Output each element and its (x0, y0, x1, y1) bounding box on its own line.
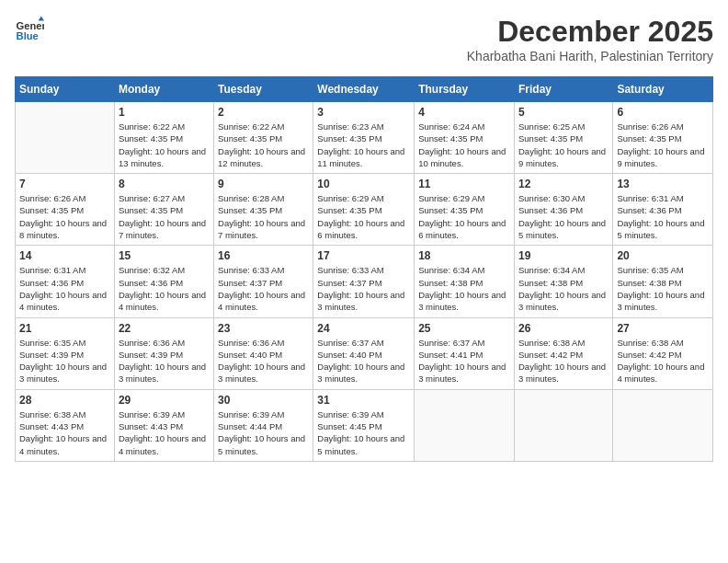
day-number: 4 (418, 106, 510, 119)
day-number: 12 (518, 178, 609, 190)
column-header-friday: Friday (514, 77, 612, 102)
day-info: Sunrise: 6:34 AMSunset: 4:38 PMDaylight:… (418, 264, 510, 313)
day-number: 31 (317, 394, 410, 407)
calendar-cell: 17Sunrise: 6:33 AMSunset: 4:37 PMDayligh… (313, 246, 415, 317)
day-number: 10 (317, 178, 410, 190)
day-number: 24 (317, 322, 410, 335)
header-row: SundayMondayTuesdayWednesdayThursdayFrid… (16, 77, 713, 102)
calendar-cell: 25Sunrise: 6:37 AMSunset: 4:41 PMDayligh… (415, 317, 515, 389)
day-number: 2 (218, 106, 309, 119)
week-row-1: 1Sunrise: 6:22 AMSunset: 4:35 PMDaylight… (16, 102, 713, 174)
calendar-cell: 30Sunrise: 6:39 AMSunset: 4:44 PMDayligh… (214, 389, 313, 461)
day-info: Sunrise: 6:35 AMSunset: 4:39 PMDaylight:… (19, 337, 110, 385)
day-info: Sunrise: 6:31 AMSunset: 4:36 PMDaylight:… (617, 192, 709, 241)
calendar-cell: 22Sunrise: 6:36 AMSunset: 4:39 PMDayligh… (114, 317, 213, 389)
day-info: Sunrise: 6:36 AMSunset: 4:39 PMDaylight:… (119, 337, 210, 385)
day-number: 13 (617, 178, 709, 190)
day-number: 19 (518, 249, 609, 262)
day-info: Sunrise: 6:22 AMSunset: 4:35 PMDaylight:… (218, 121, 309, 169)
week-row-5: 28Sunrise: 6:38 AMSunset: 4:43 PMDayligh… (16, 389, 713, 461)
day-info: Sunrise: 6:38 AMSunset: 4:42 PMDaylight:… (617, 337, 709, 385)
day-number: 7 (19, 178, 110, 190)
week-row-2: 7Sunrise: 6:26 AMSunset: 4:35 PMDaylight… (16, 174, 713, 246)
day-number: 11 (418, 178, 510, 190)
day-number: 16 (218, 249, 309, 262)
calendar-cell: 23Sunrise: 6:36 AMSunset: 4:40 PMDayligh… (214, 317, 313, 389)
day-info: Sunrise: 6:29 AMSunset: 4:35 PMDaylight:… (317, 192, 410, 241)
calendar-cell: 16Sunrise: 6:33 AMSunset: 4:37 PMDayligh… (214, 246, 313, 317)
day-number: 9 (218, 178, 309, 190)
day-info: Sunrise: 6:33 AMSunset: 4:37 PMDaylight:… (317, 264, 410, 313)
calendar-cell (415, 389, 515, 461)
day-info: Sunrise: 6:28 AMSunset: 4:35 PMDaylight:… (218, 192, 309, 241)
calendar-cell: 18Sunrise: 6:34 AMSunset: 4:38 PMDayligh… (415, 246, 515, 317)
page-header: General Blue December 2025 Kharbatha Ban… (15, 15, 713, 69)
day-number: 25 (418, 322, 510, 335)
week-row-3: 14Sunrise: 6:31 AMSunset: 4:36 PMDayligh… (16, 246, 713, 317)
day-info: Sunrise: 6:31 AMSunset: 4:36 PMDaylight:… (19, 264, 110, 313)
calendar-table: SundayMondayTuesdayWednesdayThursdayFrid… (15, 76, 713, 462)
day-number: 26 (518, 322, 609, 335)
day-number: 28 (19, 394, 110, 407)
column-header-monday: Monday (114, 77, 213, 102)
day-info: Sunrise: 6:27 AMSunset: 4:35 PMDaylight:… (119, 192, 210, 241)
logo: General Blue (15, 15, 48, 44)
calendar-cell: 24Sunrise: 6:37 AMSunset: 4:40 PMDayligh… (313, 317, 415, 389)
calendar-cell: 8Sunrise: 6:27 AMSunset: 4:35 PMDaylight… (114, 174, 213, 246)
calendar-cell: 6Sunrise: 6:26 AMSunset: 4:35 PMDaylight… (613, 102, 713, 174)
day-info: Sunrise: 6:33 AMSunset: 4:37 PMDaylight:… (218, 264, 309, 313)
day-number: 3 (317, 106, 410, 119)
day-number: 6 (617, 106, 709, 119)
calendar-header: SundayMondayTuesdayWednesdayThursdayFrid… (16, 77, 713, 102)
calendar-cell (16, 102, 115, 174)
day-info: Sunrise: 6:30 AMSunset: 4:36 PMDaylight:… (518, 192, 609, 241)
day-number: 20 (617, 249, 709, 262)
calendar-cell: 31Sunrise: 6:39 AMSunset: 4:45 PMDayligh… (313, 389, 415, 461)
day-number: 23 (218, 322, 309, 335)
day-number: 29 (119, 394, 210, 407)
month-title: December 2025 (467, 15, 713, 49)
calendar-cell: 11Sunrise: 6:29 AMSunset: 4:35 PMDayligh… (415, 174, 515, 246)
calendar-cell: 5Sunrise: 6:25 AMSunset: 4:35 PMDaylight… (514, 102, 612, 174)
calendar-cell: 14Sunrise: 6:31 AMSunset: 4:36 PMDayligh… (16, 246, 115, 317)
day-info: Sunrise: 6:32 AMSunset: 4:36 PMDaylight:… (119, 264, 210, 313)
calendar-cell: 13Sunrise: 6:31 AMSunset: 4:36 PMDayligh… (613, 174, 713, 246)
week-row-4: 21Sunrise: 6:35 AMSunset: 4:39 PMDayligh… (16, 317, 713, 389)
day-info: Sunrise: 6:39 AMSunset: 4:43 PMDaylight:… (119, 408, 210, 457)
day-number: 17 (317, 249, 410, 262)
day-info: Sunrise: 6:34 AMSunset: 4:38 PMDaylight:… (518, 264, 609, 313)
day-info: Sunrise: 6:26 AMSunset: 4:35 PMDaylight:… (19, 192, 110, 241)
calendar-cell: 3Sunrise: 6:23 AMSunset: 4:35 PMDaylight… (313, 102, 415, 174)
logo-icon: General Blue (15, 15, 44, 44)
column-header-wednesday: Wednesday (313, 77, 415, 102)
day-info: Sunrise: 6:29 AMSunset: 4:35 PMDaylight:… (418, 192, 510, 241)
calendar-cell: 28Sunrise: 6:38 AMSunset: 4:43 PMDayligh… (16, 389, 115, 461)
day-info: Sunrise: 6:39 AMSunset: 4:45 PMDaylight:… (317, 408, 410, 457)
day-info: Sunrise: 6:24 AMSunset: 4:35 PMDaylight:… (418, 121, 510, 169)
column-header-saturday: Saturday (613, 77, 713, 102)
calendar-cell: 15Sunrise: 6:32 AMSunset: 4:36 PMDayligh… (114, 246, 213, 317)
calendar-cell: 21Sunrise: 6:35 AMSunset: 4:39 PMDayligh… (16, 317, 115, 389)
day-number: 21 (19, 322, 110, 335)
calendar-body: 1Sunrise: 6:22 AMSunset: 4:35 PMDaylight… (16, 102, 713, 462)
day-info: Sunrise: 6:38 AMSunset: 4:42 PMDaylight:… (518, 337, 609, 385)
calendar-cell (514, 389, 612, 461)
calendar-cell: 29Sunrise: 6:39 AMSunset: 4:43 PMDayligh… (114, 389, 213, 461)
day-info: Sunrise: 6:37 AMSunset: 4:40 PMDaylight:… (317, 337, 410, 385)
column-header-sunday: Sunday (16, 77, 115, 102)
day-number: 30 (218, 394, 309, 407)
calendar-cell: 19Sunrise: 6:34 AMSunset: 4:38 PMDayligh… (514, 246, 612, 317)
day-number: 14 (19, 249, 110, 262)
calendar-cell: 27Sunrise: 6:38 AMSunset: 4:42 PMDayligh… (613, 317, 713, 389)
calendar-cell: 4Sunrise: 6:24 AMSunset: 4:35 PMDaylight… (415, 102, 515, 174)
day-info: Sunrise: 6:36 AMSunset: 4:40 PMDaylight:… (218, 337, 309, 385)
day-info: Sunrise: 6:23 AMSunset: 4:35 PMDaylight:… (317, 121, 410, 169)
day-info: Sunrise: 6:37 AMSunset: 4:41 PMDaylight:… (418, 337, 510, 385)
calendar-cell: 26Sunrise: 6:38 AMSunset: 4:42 PMDayligh… (514, 317, 612, 389)
title-section: December 2025 Kharbatha Bani Harith, Pal… (467, 15, 713, 63)
svg-marker-2 (39, 17, 44, 21)
day-number: 27 (617, 322, 709, 335)
day-number: 22 (119, 322, 210, 335)
day-number: 1 (119, 106, 210, 119)
day-number: 18 (418, 249, 510, 262)
